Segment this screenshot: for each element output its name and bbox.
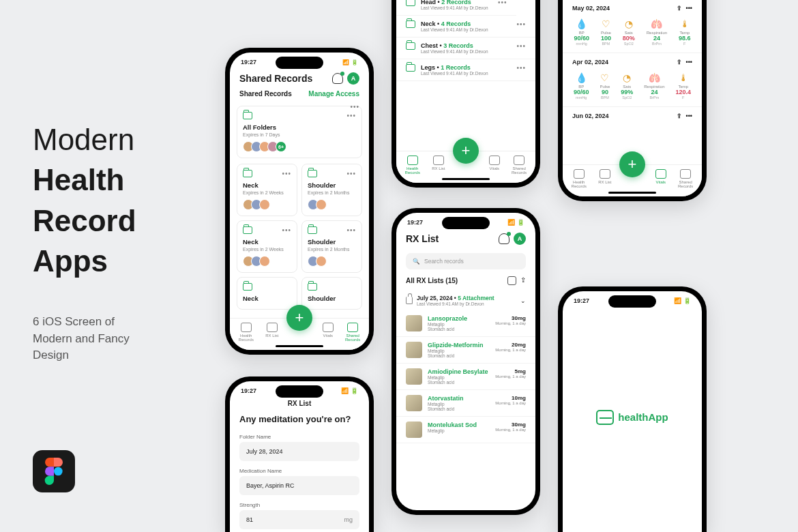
more-icon[interactable]: ••• [516, 20, 526, 28]
folder-row[interactable]: Legs • 1 RecordsLast Viewed 9:41 AM by D… [396, 59, 535, 81]
more-icon[interactable]: ••• [350, 103, 359, 110]
folder-card[interactable]: Neck [237, 277, 297, 310]
section-label: Shared Records [239, 90, 292, 98]
nav-shared[interactable]: Shared Records [512, 156, 527, 175]
add-button[interactable]: + [619, 151, 645, 177]
folder-card[interactable]: •••NeckExpires in 2 Weeks [237, 220, 297, 273]
folder-icon [406, 42, 415, 50]
more-icon[interactable]: ••• [516, 64, 526, 72]
avatar[interactable]: A [347, 72, 359, 85]
subheadline: 6 iOS Screen of Modern and Fancy Design [33, 314, 130, 364]
nav-vitals[interactable]: Vitals [323, 323, 334, 342]
more-icon[interactable]: ••• [516, 42, 526, 50]
add-button[interactable]: + [286, 305, 312, 331]
folder-card[interactable]: •••NeckExpires in 2 Weeks [237, 164, 297, 216]
phone-shared-records: 19:27📶🔋 Shared Records A Shared RecordsM… [225, 48, 374, 355]
svg-point-0 [54, 467, 63, 476]
lock-icon [406, 297, 413, 304]
chevron-down-icon[interactable]: ⌄ [520, 297, 526, 304]
folder-icon [243, 112, 252, 119]
nav-vitals[interactable]: Vitals [655, 169, 666, 188]
medication-row[interactable]: Amiodipine BesylateMetaglipStomach acid5… [396, 364, 535, 390]
field-label: Medication Name [230, 465, 369, 476]
app-logo-icon [596, 410, 614, 425]
med-thumb [406, 368, 422, 385]
phone-splash: 19:27📶🔋 healthApp [558, 286, 707, 532]
medication-row[interactable]: LansoprazoleMetaglipStomach acid30mgMorn… [396, 310, 535, 337]
vitals-row[interactable]: 💧BP90/60mmHg♡Pulse90BPM◔Sats99%SpO2🫁Resp… [563, 70, 702, 107]
folder-row[interactable]: Head • 2 RecordsLast Viewed 9:41 AM by D… [396, 0, 516, 16]
app-name: healthApp [618, 411, 668, 423]
manage-access-link[interactable]: Manage Access [308, 90, 359, 98]
nav-rxlist[interactable]: RX List [432, 156, 445, 175]
text-input[interactable]: 81 mg [239, 510, 359, 529]
folder-card[interactable]: Shoulder [301, 277, 362, 310]
nav-rxlist[interactable]: RX List [265, 323, 278, 342]
medication-row[interactable]: AtorvastatinMetaglipStomach acid10mgMorn… [396, 390, 535, 417]
page-title: RX List [230, 397, 369, 410]
search-input[interactable]: 🔍 Search records [406, 253, 526, 269]
nav-records[interactable]: Health Records [239, 323, 254, 342]
phone-folders: 💊RX ListsMedications 💚VitalsBloodpressur… [391, 0, 540, 188]
folder-icon [406, 64, 415, 72]
page-title: RX List [406, 233, 439, 244]
vitals-date: Apr 02, 2024⇪ ••• [563, 53, 702, 70]
folder-icon [406, 20, 415, 28]
text-input[interactable]: Bayer, Aspirin RC [239, 476, 359, 495]
nav-shared[interactable]: Shared Records [678, 169, 693, 188]
medication-row[interactable]: Glipzide-MetforminMetaglipStomach acid20… [396, 337, 535, 364]
field-label: Strength [230, 499, 369, 510]
nav-rxlist[interactable]: RX List [598, 169, 611, 188]
vitals-row[interactable]: 💧BP90/60mmHg♡Pulse100BPM◔Sats80%SpO2🫁Res… [563, 16, 702, 53]
bell-icon[interactable] [499, 233, 509, 244]
folder-row[interactable]: Neck • 4 RecordsLast Viewed 9:41 AM by D… [396, 16, 535, 38]
more-icon[interactable]: ••• [346, 112, 356, 119]
text-input[interactable]: July 28, 2024 [239, 442, 359, 461]
vitals-date: Jun 02, 2024⇪ ••• [563, 107, 702, 123]
form-heading: Any meditation you're on? [230, 410, 369, 431]
medication-row[interactable]: Montelukast SodMetaglip30mgMorning, 1 a … [396, 417, 535, 443]
nav-records[interactable]: Health Records [405, 156, 420, 175]
folder-row[interactable]: Chest • 3 RecordsLast Viewed 9:41 AM by … [396, 38, 535, 59]
phone-form: 19:27📶🔋 RX List Any meditation you're on… [225, 376, 374, 532]
med-thumb [406, 395, 422, 411]
folder-card[interactable]: •••ShoulderExpires in 2 Months [301, 220, 362, 273]
add-button[interactable]: + [453, 138, 479, 164]
phone-rxlist: 19:27📶🔋 RX ListA 🔍 Search records All RX… [391, 208, 540, 515]
med-thumb [406, 422, 422, 438]
avatar[interactable]: A [514, 233, 526, 245]
more-icon[interactable]: ••• [498, 0, 507, 6]
figma-icon [33, 450, 75, 492]
med-thumb [406, 342, 422, 358]
med-thumb [406, 315, 422, 331]
headline: Modern Health Record Apps [33, 119, 136, 282]
folder-card-all[interactable]: ••• All FoldersExpires in 7 Days 6+ [237, 106, 362, 158]
nav-shared[interactable]: Shared Records [345, 323, 360, 342]
field-label: Folder Name [230, 431, 369, 442]
page-title: Shared Records [239, 73, 312, 84]
folder-icon [406, 0, 415, 6]
bell-icon[interactable] [332, 73, 343, 84]
nav-records[interactable]: Health Records [572, 169, 587, 188]
phone-vitals: All My Vitals (14)⇪ Jun 02, 2024⇪ •••💧BP… [558, 0, 707, 201]
nav-vitals[interactable]: Vitals [489, 156, 500, 175]
vitals-date: May 02, 2024⇪ ••• [563, 0, 702, 16]
folder-card[interactable]: •••ShoulderExpires in 2 Months [301, 164, 362, 216]
